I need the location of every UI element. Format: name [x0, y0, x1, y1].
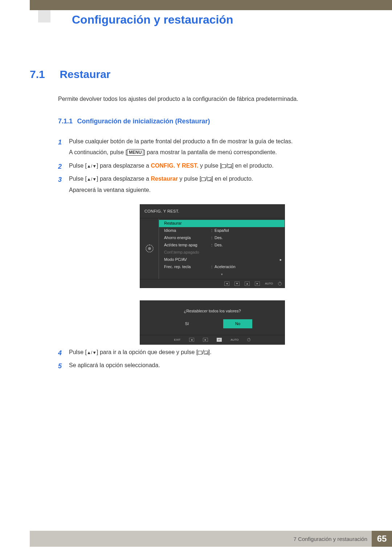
- power-icon: [278, 282, 282, 286]
- enter-icon: [204, 351, 208, 354]
- section-number: 7.1: [30, 68, 58, 81]
- section-heading: 7.1 Restaurar: [30, 68, 370, 81]
- osd-label: Modo PC/AV: [164, 256, 211, 263]
- osd-value: Des.: [215, 234, 281, 242]
- down-icon: ▾: [234, 282, 240, 286]
- section-body: 7.1 Restaurar Permite devolver todos los…: [30, 68, 370, 373]
- subsection-number: 7.1.1: [58, 118, 73, 125]
- caret-right-icon: ▸: [280, 256, 282, 263]
- step-1b-b: ] para mostrar la pantalla de menú corre…: [143, 149, 277, 155]
- osd-menu-list: Restaurar Idioma:Español Ahorro energía:…: [159, 218, 285, 279]
- source-icon: [221, 164, 226, 168]
- step-4-c: ].: [208, 349, 212, 355]
- step-3-e: Aparecerá la ventana siguiente.: [69, 187, 151, 193]
- step-number: 5: [58, 360, 62, 372]
- osd-label: Restaurar: [164, 219, 211, 227]
- right-icon: ▸: [203, 338, 208, 342]
- config-rest-label: CONFIG. Y REST.: [151, 163, 198, 169]
- osd-label: Ahorro energía: [164, 234, 211, 242]
- osd2-footer: EXIT ◂ ▸ ↵ AUTO: [140, 335, 285, 344]
- up-down-icon: ▲/▼: [87, 177, 97, 182]
- intro-text: Permite devolver todos los ajustes del p…: [58, 96, 370, 102]
- enter-icon: ↵: [217, 338, 222, 342]
- up-down-icon: ▲/▼: [87, 350, 97, 355]
- power-icon: [247, 338, 250, 341]
- osd-screenshot-2: ¿Restablecer todos los valores? Sí No EX…: [140, 300, 285, 345]
- section-title: Restaurar: [60, 68, 110, 80]
- step-3-d: ] en el producto.: [212, 176, 253, 182]
- up-icon: ▴: [245, 282, 250, 286]
- osd-row-temp-apag: Act/des temp apag:Des.: [159, 242, 285, 249]
- osd-row-frec: Frec. rep. tecla:Aceleración: [159, 263, 285, 271]
- step-3-c: y pulse [: [178, 176, 201, 182]
- restaurar-label: Restaurar: [151, 176, 178, 182]
- menu-key: MENU: [127, 149, 143, 156]
- step-5: 5 Se aplicará la opción seleccionada.: [58, 360, 370, 371]
- steps-list: 1 Pulse cualquier botón de la parte fron…: [58, 136, 370, 371]
- step-number: 4: [58, 347, 62, 359]
- step-2-c: y pulse [: [198, 163, 221, 169]
- step-number: 3: [58, 173, 62, 186]
- osd-label: Conf.temp.apagado: [164, 249, 211, 256]
- chapter-title: Configuración y restauración: [72, 13, 233, 26]
- osd-row-pcav: Modo PC/AV: [159, 256, 285, 263]
- osd-value: Des.: [215, 241, 281, 249]
- osd-value: Español: [215, 227, 281, 234]
- step-3-a: Pulse [: [69, 176, 87, 182]
- osd-label: Act/des temp apag: [164, 241, 211, 249]
- exit-label: EXIT: [174, 337, 181, 342]
- top-bar: [30, 0, 392, 10]
- gear-icon: [146, 245, 154, 253]
- step-number: 1: [58, 136, 62, 148]
- step-3-b: ] para desplazarse a: [97, 176, 151, 182]
- enter-icon: [228, 164, 232, 168]
- step-number: 2: [58, 160, 62, 173]
- step-4-a: Pulse [: [69, 349, 87, 355]
- osd-label: Frec. rep. tecla: [164, 263, 211, 271]
- chapter-tab: [38, 10, 50, 22]
- osd-row-idioma: Idioma:Español: [159, 227, 285, 234]
- auto-label: AUTO: [230, 337, 238, 342]
- step-2-b: ] para desplazarse a: [97, 163, 151, 169]
- left-icon: ◂: [189, 338, 194, 342]
- subsection-heading: 7.1.1 Configuración de inicialización (R…: [58, 118, 370, 125]
- osd-screenshot-1: CONFIG. Y REST. Restaurar Idioma:Español…: [140, 204, 370, 288]
- step-4: 4 Pulse [▲/▼] para ir a la opción que de…: [58, 347, 370, 358]
- osd-label: Idioma: [164, 227, 211, 234]
- up-down-icon: ▲/▼: [87, 164, 97, 169]
- step-2-a: Pulse [: [69, 163, 87, 169]
- page-number: 65: [372, 531, 392, 547]
- step-1b-a: A continuación, pulse [: [69, 149, 127, 155]
- step-4-b: ] para ir a la opción que desee y pulse …: [97, 349, 198, 355]
- osd-value: Aceleración: [215, 263, 281, 271]
- osd-icon-column: [140, 218, 159, 279]
- osd-confirm-question: ¿Restablecer todos los valores?: [140, 301, 285, 319]
- osd-header: CONFIG. Y REST.: [140, 205, 285, 218]
- source-icon: [201, 177, 205, 181]
- footer-chapter-label: 7 Configuración y restauración: [294, 536, 367, 542]
- osd-row-ahorro: Ahorro energía:Des.: [159, 234, 285, 242]
- osd-row-restaurar: Restaurar: [159, 220, 285, 227]
- osd-footer: ◂ ▾ ▴ ▸ AUTO: [140, 279, 285, 288]
- step-3: 3 Pulse [▲/▼] para desplazarse a Restaur…: [58, 173, 370, 345]
- osd-option-yes: Sí: [172, 319, 201, 328]
- step-2: 2 Pulse [▲/▼] para desplazarse a CONFIG.…: [58, 160, 370, 171]
- enter-icon: [207, 177, 212, 181]
- step-1: 1 Pulse cualquier botón de la parte fron…: [58, 136, 370, 158]
- right-icon: ▸: [255, 282, 260, 286]
- scroll-down-icon: ▾: [159, 271, 285, 278]
- subsection-title: Configuración de inicialización (Restaur…: [77, 118, 210, 125]
- left-icon: ◂: [224, 282, 229, 286]
- step-1-text: Pulse cualquier botón de la parte fronta…: [69, 138, 293, 144]
- step-5-text: Se aplicará la opción seleccionada.: [69, 362, 160, 368]
- auto-label: AUTO: [265, 281, 273, 286]
- osd-option-no: No: [223, 319, 252, 328]
- osd-row-conf-temp: Conf.temp.apagado: [159, 249, 285, 256]
- step-2-d: ] en el producto.: [232, 163, 274, 169]
- page-footer: 7 Configuración y restauración 65: [30, 531, 392, 547]
- source-icon: [198, 351, 202, 354]
